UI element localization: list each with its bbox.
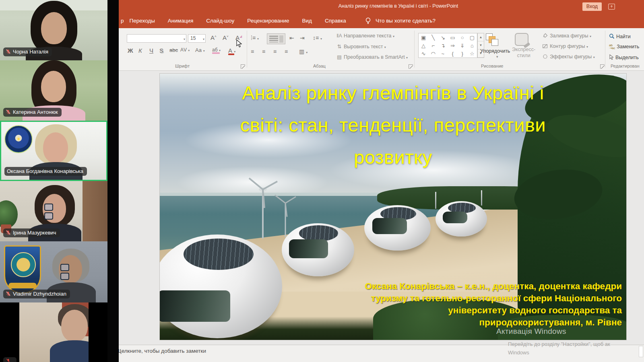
notes-pane[interactable]: Щелкните, чтобы добавить заметки (119, 345, 644, 362)
tab-partial[interactable]: р (120, 18, 125, 24)
editing-group-label: Редактирован (611, 64, 640, 68)
text-highlight-button[interactable]: аб ▾ (212, 47, 221, 53)
participant-tile-active-speaker[interactable]: ☀ Оксана Богданівна Конарівська (0, 121, 107, 181)
slide-credit-textbox[interactable]: Оксана Конарівська – к.е.н., доцентка, д… (316, 280, 622, 329)
italic-button[interactable]: К (138, 47, 142, 54)
tab-transitions[interactable]: Переходы (128, 18, 156, 24)
chevron-down-icon: ▾ (203, 49, 205, 53)
align-left-button[interactable]: ≡ (251, 48, 254, 55)
chevron-down-icon[interactable]: ▾ (184, 37, 185, 41)
tab-review[interactable]: Рецензирование (246, 18, 290, 24)
increase-indent-button[interactable]: ⇥ (300, 35, 305, 41)
select-button[interactable]: Выделить (609, 54, 639, 60)
chevron-down-icon: ▾ (590, 35, 591, 38)
glamping-pod (364, 205, 431, 251)
decrease-indent-button[interactable]: ⇤ (289, 35, 294, 41)
triangle-icon[interactable]: △ (421, 43, 425, 48)
participant-tile[interactable]: Ірина Мазуркевич (0, 181, 107, 241)
text-box-icon[interactable]: ▣ (421, 35, 426, 40)
tell-me-box[interactable]: Что вы хотите сделать? (374, 18, 437, 24)
line-spacing-button[interactable]: ↕≡ ▾ (313, 35, 322, 41)
drawing-dialog-launcher[interactable] (600, 64, 605, 69)
participant-tile[interactable]: Катерина Антонюк (0, 60, 107, 121)
justify-button[interactable]: ≡ (285, 48, 288, 55)
muted-mic-icon (6, 291, 11, 296)
chevron-down-icon: ▾ (593, 56, 595, 59)
replace-button[interactable]: ab⇢acЗаменить (609, 44, 639, 49)
ribbon-display-options-icon[interactable] (608, 4, 615, 10)
arrange-button[interactable]: Упорядочить (480, 48, 510, 54)
rectangle-icon[interactable]: ▭ (450, 35, 455, 40)
participant-tile[interactable]: Vladimir Dzhyndzhoian (0, 241, 107, 302)
sign-in-button[interactable]: Вход (582, 2, 602, 11)
participant-name-badge (3, 357, 17, 362)
underline-button[interactable]: Ч (149, 47, 153, 54)
ribbon-tab-bar: р Переходы Анимация Слайд-шоу Рецензиров… (119, 13, 644, 28)
character-spacing-button[interactable]: АV ▾ (180, 47, 190, 53)
muted-mic-icon (6, 230, 11, 235)
font-size-combobox[interactable]: 15▾ (188, 34, 206, 43)
shape-outline-button[interactable]: Контур фигуры ▾ (542, 43, 588, 49)
shape-effects-button[interactable]: Эффекты фигуры ▾ (542, 54, 595, 60)
paragraph-dialog-launcher[interactable] (409, 64, 413, 69)
rounded-rectangle-icon[interactable]: ▢ (470, 35, 475, 40)
participant-tile[interactable]: Чорна Наталія (0, 0, 107, 60)
font-name-combobox[interactable]: ▾ (127, 34, 186, 43)
slide-title-line: Аналіз ринку глемпінгів в Україні і (174, 77, 612, 109)
align-text-icon: ⇅ (336, 43, 343, 49)
align-text-button[interactable]: ⇅Выровнять текст ▾ (336, 43, 386, 49)
tab-slideshow[interactable]: Слайд-шоу (205, 18, 235, 24)
shrink-font-button[interactable]: А˅ (223, 34, 229, 41)
glasses (60, 264, 80, 270)
shape-fill-button[interactable]: Заливка фигуры ▾ (542, 33, 591, 39)
powerpoint-window: Аналіз ринку глемпінгів в Україні і світ… (119, 0, 644, 362)
align-center-button[interactable]: ≡ (262, 48, 265, 55)
scroll-up-icon[interactable]: ▲ (478, 33, 484, 41)
grow-font-button[interactable]: А˄ (211, 34, 217, 41)
down-arrow-icon[interactable]: ⇓ (460, 43, 464, 48)
participant-name-badge: Vladimir Dzhyndzhoian (3, 290, 70, 298)
slide-canvas[interactable]: Аналіз ринку глемпінгів в Україні і світ… (160, 74, 626, 340)
right-arrow-icon[interactable]: ⇒ (450, 43, 455, 48)
font-group-label: Шрифт (175, 64, 190, 68)
columns-button[interactable]: ▥ ▾ (299, 48, 308, 55)
chevron-down-icon: ▾ (257, 37, 259, 41)
change-case-button[interactable]: Аа ▾ (195, 47, 205, 53)
right-brace-icon[interactable]: } (462, 51, 463, 56)
arc-icon[interactable]: ◠ (431, 51, 436, 56)
align-right-button[interactable]: ≡ (273, 48, 277, 55)
chevron-down-icon[interactable]: ▾ (203, 37, 204, 41)
convert-smartart-button[interactable]: ▤Преобразовать в SmartArt ▾ (336, 54, 408, 60)
slide-title-textbox[interactable]: Аналіз ринку глемпінгів в Україні і світ… (174, 77, 612, 173)
freeform-icon[interactable]: ⌂ (471, 43, 474, 48)
participant-tile[interactable] (0, 302, 107, 362)
oval-icon[interactable]: ○ (461, 35, 464, 40)
strikethrough-button[interactable]: abc (169, 47, 178, 53)
font-color-button[interactable]: А ▾ (228, 47, 235, 54)
numbering-gallery[interactable] (267, 33, 285, 44)
chevron-down-icon: ▾ (384, 45, 386, 49)
star-icon[interactable]: ☆ (470, 51, 475, 56)
tab-view[interactable]: Вид (301, 18, 313, 24)
elbow-connector-icon[interactable]: ⌐ (431, 43, 435, 48)
bullets-button[interactable]: ⁞≡ ▾ (251, 35, 259, 41)
elbow-arrow-connector-icon[interactable]: ↴ (441, 43, 445, 48)
font-dialog-launcher[interactable] (241, 64, 245, 69)
tab-animations[interactable]: Анимация (167, 18, 194, 24)
notes-placeholder[interactable]: Щелкните, чтобы добавить заметки (119, 348, 206, 354)
mouse-cursor (235, 39, 242, 48)
window-gap (107, 0, 119, 362)
text-direction-button[interactable]: ‖AНаправление текста ▾ (336, 33, 394, 39)
notes-scrollbar[interactable] (639, 346, 643, 357)
participant-name: Оксана Богданівна Конарівська (7, 168, 83, 174)
tab-help[interactable]: Справка (324, 18, 347, 24)
bold-button[interactable]: Ж (128, 47, 133, 54)
line-icon[interactable]: ╲ (431, 35, 435, 40)
text-shadow-button[interactable]: S (159, 47, 163, 54)
curve-icon[interactable]: ~ (442, 51, 445, 56)
find-button[interactable]: Найти (609, 33, 631, 39)
quick-styles-button[interactable]: Экспресс-стили (511, 47, 536, 59)
arrow-line-icon[interactable]: ↘ (441, 35, 445, 40)
scribble-icon[interactable]: ∿ (421, 51, 426, 56)
left-brace-icon[interactable]: { (452, 51, 453, 56)
